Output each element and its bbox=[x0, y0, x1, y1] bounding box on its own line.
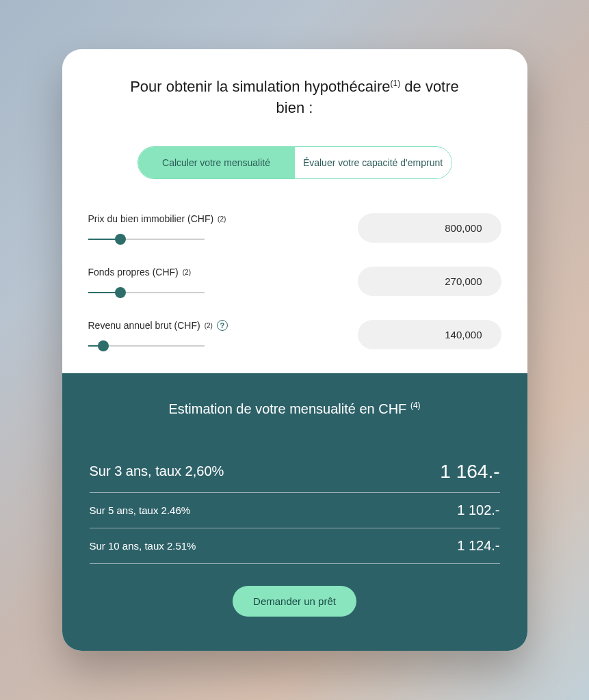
property-price-label: Prix du bien immobilier (CHF) (2) bbox=[88, 213, 330, 224]
field-income: Revenu annuel brut (CHF) (2) ? 140,000 bbox=[83, 320, 507, 353]
page-title: Pour obtenir la simulation hypothécaire(… bbox=[83, 77, 507, 119]
results-footnote: (4) bbox=[410, 401, 421, 410]
results-panel: Estimation de votre mensualité en CHF (4… bbox=[62, 373, 527, 651]
property-price-slider[interactable] bbox=[88, 232, 330, 246]
result-value: 1 124.- bbox=[457, 538, 499, 554]
results-title-text: Estimation de votre mensualité en CHF bbox=[168, 401, 406, 416]
simulator-card: Pour obtenir la simulation hypothécaire(… bbox=[62, 49, 527, 650]
result-row-10y: Sur 10 ans, taux 2.51% 1 124.- bbox=[90, 528, 500, 564]
slider-thumb[interactable] bbox=[98, 340, 109, 351]
result-row-5y: Sur 5 ans, taux 2.46% 1 102.- bbox=[90, 493, 500, 528]
income-input[interactable]: 140,000 bbox=[358, 320, 501, 349]
label-text: Revenu annuel brut (CHF) bbox=[88, 320, 200, 331]
result-label: Sur 5 ans, taux 2.46% bbox=[90, 504, 191, 516]
label-footnote: (2) bbox=[183, 269, 191, 276]
income-slider[interactable] bbox=[88, 339, 330, 353]
results-title: Estimation de votre mensualité en CHF (4… bbox=[90, 401, 500, 417]
tab-monthly-payment[interactable]: Calculer votre mensualité bbox=[138, 147, 295, 178]
label-text: Fonds propres (CHF) bbox=[88, 267, 179, 278]
equity-label: Fonds propres (CHF) (2) bbox=[88, 267, 330, 278]
label-footnote: (2) bbox=[205, 322, 213, 329]
income-label: Revenu annuel brut (CHF) (2) ? bbox=[88, 320, 330, 331]
label-text: Prix du bien immobilier (CHF) bbox=[88, 213, 214, 224]
title-prefix: Pour obtenir la simulation hypothécaire bbox=[130, 78, 390, 95]
help-icon[interactable]: ? bbox=[217, 320, 228, 331]
slider-thumb[interactable] bbox=[115, 234, 126, 245]
slider-thumb[interactable] bbox=[115, 287, 126, 298]
mode-tabs: Calculer votre mensualité Évaluer votre … bbox=[138, 146, 452, 179]
request-loan-button[interactable]: Demander un prêt bbox=[233, 586, 356, 617]
title-footnote: (1) bbox=[391, 79, 401, 88]
label-footnote: (2) bbox=[218, 215, 226, 223]
tab-borrowing-capacity[interactable]: Évaluer votre capacité d'emprunt bbox=[295, 147, 451, 178]
result-label: Sur 3 ans, taux 2,60% bbox=[90, 463, 224, 479]
field-property-price: Prix du bien immobilier (CHF) (2) 800,00… bbox=[83, 213, 507, 246]
result-value: 1 102.- bbox=[457, 502, 499, 518]
property-price-input[interactable]: 800,000 bbox=[358, 213, 501, 243]
equity-input[interactable]: 270,000 bbox=[358, 267, 501, 296]
equity-slider[interactable] bbox=[88, 286, 330, 299]
result-value: 1 164.- bbox=[440, 461, 499, 483]
result-label: Sur 10 ans, taux 2.51% bbox=[90, 540, 196, 552]
result-row-3y: Sur 3 ans, taux 2,60% 1 164.- bbox=[90, 451, 500, 493]
field-equity: Fonds propres (CHF) (2) 270,000 bbox=[83, 267, 507, 299]
